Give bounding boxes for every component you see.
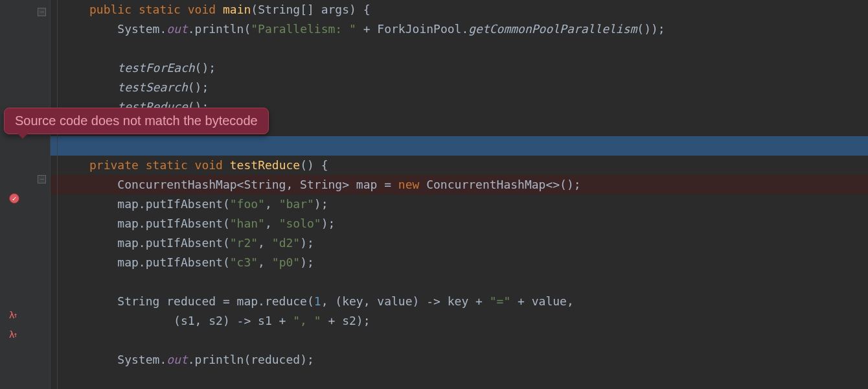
lambda-icon: λ↑ xyxy=(9,329,17,340)
tooltip-text: Source code does not match the bytecode xyxy=(15,113,258,128)
fold-handle[interactable]: − xyxy=(0,3,50,21)
code-line[interactable]: private static void testReduce() { xyxy=(51,156,868,175)
code-line[interactable]: map.putIfAbsent("r2", "d2"); xyxy=(51,233,868,253)
code-line[interactable]: System.out.println(reduced); xyxy=(51,350,868,370)
code-line[interactable]: public static void main(String[] args) { xyxy=(51,0,868,19)
lambda-gutter-icon[interactable]: λ↑ xyxy=(0,306,50,324)
code-line[interactable]: map.putIfAbsent("han", "solo"); xyxy=(51,214,868,233)
code-editor: ▶ − − ✓ λ↑ λ↑ public static void main(St… xyxy=(0,0,868,389)
code-line[interactable]: (s1, s2) -> s1 + ", " + s2); xyxy=(51,311,868,331)
code-line[interactable] xyxy=(51,39,868,58)
code-line[interactable] xyxy=(51,272,868,292)
code-area[interactable]: public static void main(String[] args) {… xyxy=(51,0,868,389)
lambda-gutter-icon[interactable]: λ↑ xyxy=(0,325,50,344)
code-line[interactable]: testForEach(); xyxy=(51,58,868,78)
fold-minus-icon: − xyxy=(38,8,46,16)
lambda-icon: λ↑ xyxy=(9,310,17,320)
breakpoint-icon[interactable]: ✓ xyxy=(0,189,50,207)
code-line[interactable]: System.out.println("Parallelism: " + For… xyxy=(51,19,868,39)
code-line[interactable] xyxy=(51,331,868,350)
code-line-current[interactable] xyxy=(51,136,868,156)
fold-handle[interactable]: − xyxy=(0,170,50,188)
gutter: ▶ − − ✓ λ↑ λ↑ xyxy=(0,0,51,389)
code-line-breakpoint[interactable]: ConcurrentHashMap<String, String> map = … xyxy=(51,175,868,194)
fold-minus-icon: − xyxy=(38,175,46,183)
code-line[interactable]: map.putIfAbsent("foo", "bar"); xyxy=(51,194,868,214)
breakpoint-validated-icon: ✓ xyxy=(9,193,19,204)
code-line[interactable]: map.putIfAbsent("c3", "p0"); xyxy=(51,253,868,272)
code-line[interactable]: String reduced = map.reduce(1, (key, val… xyxy=(51,292,868,311)
code-line[interactable]: testSearch(); xyxy=(51,78,868,97)
warning-tooltip: Source code does not match the bytecode xyxy=(4,108,269,134)
